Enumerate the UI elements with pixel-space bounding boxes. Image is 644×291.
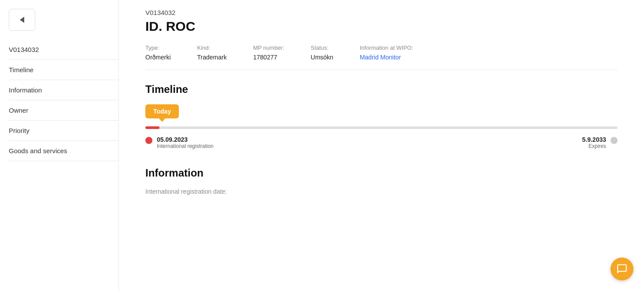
- timeline-title: Timeline: [145, 83, 618, 96]
- today-wrapper: Today: [145, 104, 618, 118]
- status-label: Status:: [311, 44, 333, 51]
- sidebar-item-priority[interactable]: Priority: [9, 121, 118, 141]
- meta-mp-number: MP number: 1780277: [253, 44, 285, 61]
- chat-button[interactable]: [611, 258, 633, 280]
- meta-status: Status: Umsókn: [311, 44, 333, 61]
- mp-number-value: 1780277: [253, 54, 285, 61]
- timeline-end-date: 5.9.2033: [582, 136, 607, 143]
- record-id: V0134032: [145, 9, 618, 16]
- divider: [145, 70, 618, 70]
- chat-icon: [616, 263, 628, 275]
- mp-number-label: MP number:: [253, 44, 285, 51]
- kind-label: Kind:: [197, 44, 227, 51]
- timeline-start: 05.09.2023 International registration: [145, 136, 214, 149]
- sidebar-item-owner[interactable]: Owner: [9, 100, 118, 121]
- intl-reg-label: International registration date:: [145, 188, 618, 195]
- sidebar: V0134032 Timeline Information Owner Prio…: [0, 0, 119, 291]
- timeline-start-date: 05.09.2023: [157, 136, 214, 143]
- type-value: Orðmerki: [145, 54, 171, 61]
- back-button[interactable]: [9, 9, 35, 31]
- sidebar-item-goods[interactable]: Goods and services: [9, 141, 118, 161]
- page-title: ID. ROC: [145, 19, 618, 34]
- sidebar-item-id[interactable]: V0134032: [9, 40, 118, 60]
- timeline-section: Timeline Today 05.09.2023 International …: [145, 83, 618, 149]
- information-title: Information: [145, 167, 618, 179]
- timeline-start-event: International registration: [157, 143, 214, 149]
- meta-row: Type: Orðmerki Kind: Trademark MP number…: [145, 44, 618, 61]
- meta-type: Type: Orðmerki: [145, 44, 171, 61]
- meta-kind: Kind: Trademark: [197, 44, 227, 61]
- status-value: Umsókn: [311, 54, 333, 61]
- timeline-start-info: 05.09.2023 International registration: [157, 136, 214, 149]
- record-header: V0134032 ID. ROC Type: Orðmerki Kind: Tr…: [145, 9, 618, 61]
- today-badge: Today: [145, 104, 179, 118]
- timeline-track-fill: [145, 126, 159, 129]
- timeline-end-event: Expires: [582, 143, 607, 149]
- timeline-track-bg: [145, 126, 618, 129]
- timeline-dot-end: [611, 137, 618, 144]
- kind-value: Trademark: [197, 54, 227, 61]
- timeline-track: [145, 126, 618, 129]
- sidebar-item-information[interactable]: Information: [9, 80, 118, 100]
- sidebar-item-timeline[interactable]: Timeline: [9, 60, 118, 80]
- timeline-endpoints: 05.09.2023 International registration 5.…: [145, 136, 618, 149]
- main-content: V0134032 ID. ROC Type: Orðmerki Kind: Tr…: [119, 0, 644, 291]
- timeline-end-info: 5.9.2033 Expires: [582, 136, 607, 149]
- wipo-label: Information at WIPO:: [360, 44, 413, 51]
- meta-wipo: Information at WIPO: Madrid Monitor: [360, 44, 413, 61]
- timeline-dot-start: [145, 137, 152, 144]
- sidebar-nav: V0134032 Timeline Information Owner Prio…: [9, 40, 118, 161]
- type-label: Type:: [145, 44, 171, 51]
- back-arrow-icon: [20, 17, 24, 23]
- timeline-end: 5.9.2033 Expires: [582, 136, 618, 149]
- wipo-link[interactable]: Madrid Monitor: [360, 54, 413, 61]
- information-section: Information International registration d…: [145, 167, 618, 195]
